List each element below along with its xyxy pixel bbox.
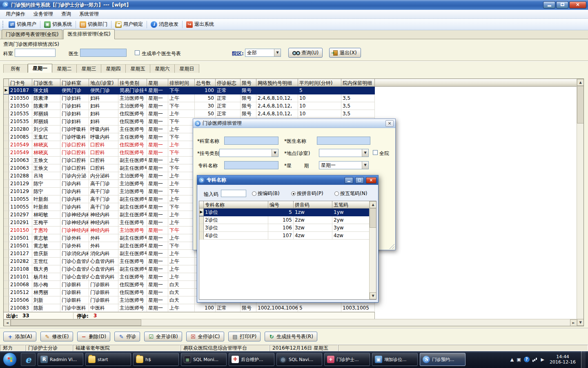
- schedule-row[interactable]: 210535郑丽娟门诊妇科妇科住院医师号星期一上午50正常限号2,4,6,8,1…: [4, 110, 584, 118]
- day-tab-0[interactable]: 所有: [3, 64, 28, 73]
- specialty-row[interactable]: 3诊位1063zw3yw: [199, 224, 376, 232]
- chevron-down-icon[interactable]: ▼: [362, 149, 368, 157]
- taskbar-button-7[interactable]: ▣增加诊位...: [372, 353, 418, 366]
- dialog-close-icon[interactable]: ×: [385, 120, 394, 127]
- tab-1[interactable]: 医生排班管理(全院): [63, 29, 114, 39]
- toolbar-exit-button[interactable]: ↪退出系统: [184, 20, 216, 29]
- taskbar-button-8[interactable]: S门诊预约...: [420, 353, 466, 366]
- toolbar-switch-system-button[interactable]: ▣切换系统: [42, 20, 74, 29]
- doctor-name-input[interactable]: [317, 137, 370, 145]
- exit-button[interactable]: 退出(X): [329, 48, 361, 58]
- specialty-vertical-scrollbar[interactable]: ▲ ▼: [369, 201, 376, 299]
- menu-item-0[interactable]: 用户操作: [2, 10, 29, 18]
- day-tab-6[interactable]: 星期六: [150, 64, 175, 73]
- column-header-weekday[interactable]: 星期: [147, 79, 168, 87]
- input-code-field[interactable]: [221, 190, 246, 197]
- day-tab-4[interactable]: 星期四: [101, 64, 126, 73]
- column-header-dept[interactable]: 门诊科室: [60, 79, 89, 87]
- specialty-column-header-pinyin[interactable]: 拼音码: [294, 201, 332, 209]
- scroll-up-icon[interactable]: ▲: [370, 201, 376, 208]
- schedule-row[interactable]: 210350陈素津门诊妇科妇科主治医师号星期一下午30正常限号2,4,6,8,1…: [4, 102, 584, 110]
- scroll-up-icon[interactable]: ▲: [577, 79, 584, 86]
- delete-button[interactable]: −删除(D): [77, 332, 111, 341]
- menu-item-1[interactable]: 业务管理: [29, 10, 57, 18]
- column-header-room[interactable]: 地点(诊室): [89, 79, 118, 87]
- horizontal-scroll-track[interactable]: [11, 319, 570, 326]
- scroll-down-icon[interactable]: ▼: [370, 292, 376, 299]
- column-header-status[interactable]: 停诊标志: [216, 79, 241, 87]
- dialog-title-bar[interactable]: S 专科名称 ×: [197, 175, 378, 185]
- column-header-total[interactable]: 总号数: [195, 79, 216, 87]
- column-header-online-detail[interactable]: 网络预约号明细: [256, 79, 298, 87]
- taskbar-button-6[interactable]: +门诊护士...: [324, 353, 370, 366]
- network-icon[interactable]: [532, 357, 538, 362]
- specialty-column-header-name[interactable]: 专科名称: [204, 201, 268, 209]
- radio-option-2[interactable]: 按五笔码(N): [334, 190, 367, 197]
- taskbar-ie-button[interactable]: e: [21, 353, 36, 366]
- stop-button[interactable]: ✎停诊: [114, 332, 140, 341]
- stop-all-button[interactable]: ☒全停诊(C): [186, 332, 224, 341]
- schedule-row[interactable]: ▶210187张文娟便民门诊便民门诊简易门诊挂号星期一下午100正常限号5: [4, 87, 584, 94]
- add-button[interactable]: +添加(A): [3, 332, 36, 341]
- horizontal-scrollbar[interactable]: ◄ ►: [4, 319, 577, 326]
- open-all-button[interactable]: ☑全开诊(B): [144, 332, 182, 341]
- action-center-flag-icon[interactable]: ▶: [541, 357, 544, 362]
- single-doctor-checkbox[interactable]: [135, 50, 140, 55]
- whole-hospital-checkbox[interactable]: [373, 150, 378, 155]
- taskbar-button-0[interactable]: RRadmin Vi...: [38, 353, 83, 366]
- chevron-down-icon[interactable]: ▼: [274, 49, 281, 56]
- taskbar-button-5[interactable]: ◎SQL Navi...: [276, 353, 322, 366]
- taskbar-button-4[interactable]: +后台维护...: [229, 353, 274, 366]
- tab-0[interactable]: 门诊医师号表管理(全院): [2, 29, 62, 39]
- generate-button[interactable]: ↻生成挂号号表(R): [265, 332, 317, 341]
- schedule-row[interactable]: 210350陈素津门诊妇科妇科主治医师号星期一上午50正常限号2,4,6,8,1…: [4, 94, 584, 102]
- dialog-title-bar[interactable]: S 门诊医师排班管理 ×: [193, 119, 395, 128]
- dialog-maximize-icon[interactable]: [355, 177, 364, 184]
- toolbar-user-lock-button[interactable]: 用户锁定: [113, 20, 145, 29]
- day-tab-2[interactable]: 星期二: [52, 64, 77, 73]
- vertical-scrollbar[interactable]: ▲ ▼: [577, 79, 584, 326]
- dept-name-input[interactable]: [224, 137, 278, 145]
- location-select[interactable]: ▼: [319, 149, 369, 157]
- regtype-select[interactable]: ▼: [219, 149, 278, 157]
- radio-option-0[interactable]: 按编码(B): [252, 190, 280, 197]
- radio-option-1[interactable]: 按拼音码(P): [291, 190, 323, 197]
- specialty-column-header-wubi[interactable]: 五笔码: [332, 201, 370, 209]
- column-header-shift[interactable]: 排班时间: [168, 79, 195, 87]
- start-button[interactable]: [3, 352, 17, 366]
- help-icon[interactable]: ?: [524, 357, 530, 362]
- specialty-input[interactable]: [224, 161, 278, 169]
- edit-button[interactable]: ✎修改(E): [40, 332, 73, 341]
- campus-select[interactable]: 全部 ▼: [245, 49, 281, 57]
- scroll-right-icon[interactable]: ►: [570, 319, 577, 326]
- taskbar-clock[interactable]: 14:44 2016-12-16: [547, 354, 578, 365]
- day-tab-1[interactable]: 星期一: [28, 64, 52, 73]
- show-desktop-button[interactable]: [581, 351, 586, 368]
- chevron-down-icon[interactable]: ▼: [272, 149, 278, 157]
- dialog-minimize-icon[interactable]: [345, 177, 353, 184]
- specialty-row[interactable]: 2诊位1052zw2yw: [199, 216, 376, 224]
- specialty-row[interactable]: ▶1诊位51zw1yw: [199, 209, 376, 216]
- taskbar-button-2[interactable]: h$: [133, 353, 179, 366]
- toolbar-switch-department-button[interactable]: ▤切换部门: [77, 20, 110, 29]
- menu-item-3[interactable]: 系统管理: [75, 10, 103, 18]
- day-tab-3[interactable]: 星期三: [77, 64, 101, 73]
- resize-grip[interactable]: [389, 243, 394, 249]
- taskbar-button-3[interactable]: ≡SQL Moni...: [181, 353, 227, 366]
- column-header-reserve-detail[interactable]: 院内保留明细: [341, 79, 375, 87]
- vertical-scroll-thumb[interactable]: [577, 86, 584, 123]
- column-header-card-no[interactable]: 门卡号: [9, 79, 32, 87]
- specialty-column-header-code[interactable]: 编号: [268, 201, 294, 209]
- minimize-button[interactable]: [543, 1, 555, 9]
- column-header-limit[interactable]: 限号: [241, 79, 256, 87]
- day-tab-5[interactable]: 星期五: [126, 64, 150, 73]
- print-button[interactable]: ▤打印(P): [228, 332, 261, 341]
- close-button[interactable]: ×: [569, 1, 586, 9]
- vertical-scroll-thumb[interactable]: [370, 208, 376, 228]
- day-tab-7[interactable]: 星期日: [175, 64, 199, 73]
- taskbar-button-1[interactable]: start: [85, 353, 131, 366]
- week-select[interactable]: 星期一 ▼: [319, 161, 369, 169]
- toolbar-switch-user-button[interactable]: ⇄切换用户: [6, 20, 39, 29]
- toolbar-message-button[interactable]: i消息收发: [148, 20, 181, 29]
- horizontal-scroll-thumb[interactable]: [11, 319, 141, 326]
